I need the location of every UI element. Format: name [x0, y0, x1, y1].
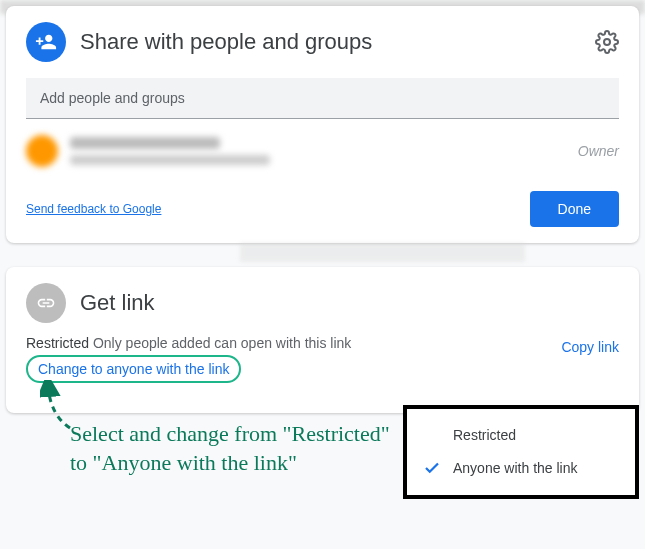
gap: [0, 243, 645, 261]
link-restriction-block: Restricted Only people added can open wi…: [26, 335, 351, 383]
owner-label: Owner: [578, 143, 619, 159]
add-people-input[interactable]: Add people and groups: [26, 78, 619, 119]
restricted-label: Restricted: [26, 335, 89, 351]
restricted-desc: Only people added can open with this lin…: [93, 335, 351, 351]
gear-icon[interactable]: [595, 30, 619, 54]
owner-details: [70, 137, 566, 165]
dropdown-label: Anyone with the link: [453, 460, 578, 476]
owner-email-blurred: [70, 155, 270, 165]
dropdown-option-anyone[interactable]: Anyone with the link: [407, 451, 635, 485]
owner-row: Owner: [26, 135, 619, 167]
link-title: Get link: [80, 290, 619, 316]
share-footer: Send feedback to Google Done: [26, 191, 619, 227]
change-to-anyone-link[interactable]: Change to anyone with the link: [26, 355, 241, 383]
copy-link-button[interactable]: Copy link: [561, 339, 619, 355]
share-dialog: Share with people and groups Add people …: [6, 6, 639, 243]
owner-name-blurred: [70, 137, 220, 149]
done-button[interactable]: Done: [530, 191, 619, 227]
link-body: Restricted Only people added can open wi…: [26, 335, 619, 383]
get-link-dialog: Get link Restricted Only people added ca…: [6, 267, 639, 413]
restricted-line: Restricted Only people added can open wi…: [26, 335, 351, 351]
share-header: Share with people and groups: [26, 22, 619, 62]
link-icon: [26, 283, 66, 323]
avatar: [26, 135, 58, 167]
svg-point-0: [604, 39, 610, 45]
share-title: Share with people and groups: [80, 29, 581, 55]
link-header: Get link: [26, 283, 619, 323]
dropdown-label: Restricted: [453, 427, 516, 443]
person-add-icon: [26, 22, 66, 62]
feedback-link[interactable]: Send feedback to Google: [26, 202, 161, 216]
annotation-text: Select and change from "Restricted" to "…: [70, 420, 390, 477]
check-icon: [423, 459, 441, 477]
background-content-blur: [240, 243, 525, 261]
visibility-dropdown: Restricted Anyone with the link: [403, 405, 639, 499]
dropdown-option-restricted[interactable]: Restricted: [407, 419, 635, 451]
